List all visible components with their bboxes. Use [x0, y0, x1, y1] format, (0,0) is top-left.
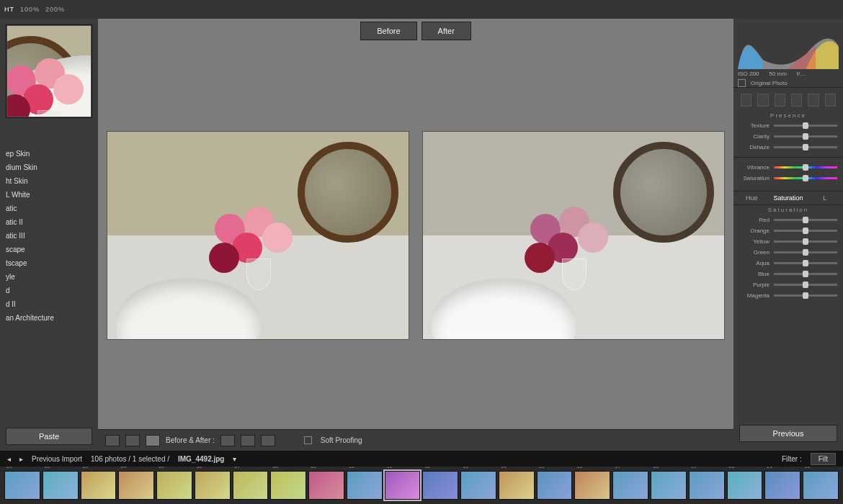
paste-button[interactable]: Paste [6, 428, 92, 445]
slider-track[interactable] [774, 166, 837, 168]
slider-knob[interactable] [803, 133, 808, 140]
viewmode-grid[interactable] [125, 435, 140, 446]
filmstrip-thumb[interactable]: 22 [803, 471, 839, 500]
slider-track[interactable] [774, 240, 837, 243]
slider-vibrance[interactable]: Vibrance [739, 162, 837, 173]
radial-tool-icon[interactable] [808, 94, 819, 107]
zoom-200[interactable]: 200% [45, 6, 65, 13]
crop-tool-icon[interactable] [741, 94, 751, 107]
preset-item[interactable]: tscape [0, 256, 98, 270]
subtab-saturation[interactable]: Saturation [770, 192, 807, 204]
ba-tb-icon[interactable] [241, 435, 255, 446]
slider-aqua[interactable]: Aqua [739, 258, 837, 269]
filmstrip-thumb[interactable]: 03 [81, 471, 117, 500]
slider-track[interactable] [774, 135, 837, 138]
redeye-tool-icon[interactable] [775, 94, 785, 107]
filmstrip-thumb[interactable]: 09 [308, 471, 344, 500]
slider-dehaze[interactable]: Dehaze [739, 142, 837, 153]
navigator-thumbnail[interactable] [6, 24, 92, 118]
filmstrip-thumb[interactable]: 19 [689, 471, 725, 500]
slider-green[interactable]: Green [739, 247, 837, 258]
filmstrip-thumb[interactable]: 21 [764, 471, 800, 500]
preset-item[interactable]: d [0, 284, 98, 297]
filmstrip-thumb[interactable]: 17 [612, 471, 648, 500]
preset-item[interactable]: d II [0, 297, 98, 311]
viewmode-before-after[interactable] [146, 435, 160, 446]
previous-button[interactable]: Previous [739, 425, 837, 442]
slider-knob[interactable] [803, 164, 808, 171]
zoom-100[interactable]: 100% [20, 6, 40, 13]
preset-item[interactable]: ht Skin [0, 174, 98, 188]
slider-orange[interactable]: Orange [739, 225, 837, 236]
breadcrumb-source[interactable]: Previous Import [32, 455, 82, 463]
preset-item[interactable]: dium Skin [0, 161, 98, 174]
soft-proofing-checkbox[interactable] [304, 436, 312, 444]
slider-knob[interactable] [803, 271, 808, 277]
slider-knob[interactable] [803, 249, 808, 256]
slider-knob[interactable] [803, 260, 808, 266]
filmstrip-thumb[interactable]: 20 [727, 471, 763, 500]
filmstrip-thumb[interactable]: 06 [195, 471, 231, 500]
slider-red[interactable]: Red [739, 215, 837, 225]
preset-item[interactable]: L White [0, 188, 98, 202]
preset-item[interactable]: scape [0, 243, 98, 256]
before-pane[interactable] [104, 48, 412, 423]
ba-split-icon[interactable] [261, 435, 275, 446]
slider-track[interactable] [774, 219, 837, 221]
filmstrip-thumb[interactable]: 02 [43, 471, 79, 500]
slider-knob[interactable] [803, 238, 808, 245]
original-photo-checkbox[interactable] [738, 79, 746, 87]
filmstrip-thumb[interactable]: 10 [347, 471, 383, 500]
preset-item[interactable]: atic [0, 202, 98, 215]
slider-knob[interactable] [803, 282, 808, 288]
slider-blue[interactable]: Blue [739, 269, 837, 279]
preset-item[interactable]: atic II [0, 215, 98, 229]
filter-button[interactable]: Filt [811, 453, 836, 465]
subtab-luminance[interactable]: L [806, 192, 843, 204]
ba-lr-icon[interactable] [220, 435, 235, 446]
slider-track[interactable] [774, 273, 837, 275]
chevron-down-icon[interactable]: ▾ [233, 455, 236, 463]
brush-tool-icon[interactable] [825, 94, 836, 107]
filmstrip-thumb[interactable]: 15 [537, 471, 573, 500]
nav-next-icon[interactable]: ▸ [19, 455, 23, 463]
slider-knob[interactable] [803, 292, 808, 299]
preset-item[interactable]: ep Skin [0, 147, 98, 161]
filmstrip-thumb[interactable]: 01 [4, 471, 40, 500]
filmstrip[interactable]: 0102030405060708091011121314151617181920… [0, 467, 843, 504]
filmstrip-thumb[interactable]: 13 [460, 471, 496, 500]
filmstrip-thumb[interactable]: 12 [422, 471, 458, 500]
slider-knob[interactable] [803, 175, 808, 181]
preset-item[interactable]: yle [0, 270, 98, 284]
slider-track[interactable] [774, 146, 837, 148]
slider-track[interactable] [774, 251, 837, 253]
slider-track[interactable] [774, 177, 837, 179]
slider-track[interactable] [774, 125, 837, 127]
slider-track[interactable] [774, 262, 837, 264]
slider-purple[interactable]: Purple [739, 279, 837, 290]
filmstrip-thumb[interactable]: 18 [651, 471, 687, 500]
slider-saturation[interactable]: Saturation [739, 173, 837, 184]
slider-knob[interactable] [803, 144, 808, 150]
gradient-tool-icon[interactable] [791, 94, 802, 107]
filmstrip-thumb[interactable]: 05 [156, 471, 192, 500]
slider-knob[interactable] [803, 228, 808, 234]
slider-knob[interactable] [803, 217, 808, 223]
filmstrip-thumb[interactable]: 07 [233, 471, 269, 500]
filmstrip-thumb[interactable]: 14 [499, 471, 535, 500]
preset-item[interactable]: atic III [0, 229, 98, 243]
subtab-hue[interactable]: Hue [733, 192, 770, 204]
zoom-fit[interactable]: HT [4, 6, 14, 13]
slider-clarity[interactable]: Clarity [739, 131, 837, 142]
filmstrip-thumb[interactable]: 08 [270, 471, 306, 500]
viewmode-loupe[interactable] [105, 435, 120, 446]
slider-yellow[interactable]: Yellow [739, 236, 837, 247]
filmstrip-thumb[interactable]: 16 [574, 471, 610, 500]
after-pane[interactable] [419, 48, 728, 423]
slider-knob[interactable] [803, 122, 808, 129]
preset-item[interactable]: an Architecture [0, 311, 98, 325]
slider-track[interactable] [774, 230, 837, 232]
nav-prev-icon[interactable]: ◂ [7, 455, 11, 463]
histogram-panel[interactable]: ISO 200 50 mm f/… Original Photo [733, 19, 843, 88]
slider-magenta[interactable]: Magenta [739, 290, 837, 301]
